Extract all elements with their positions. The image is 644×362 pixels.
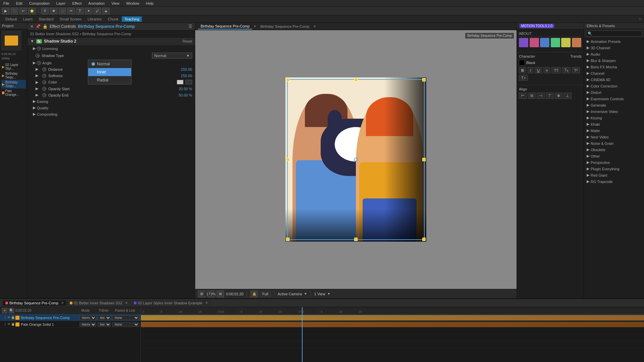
tl-tab-close-3[interactable]: ✕ — [205, 301, 208, 305]
align-mid-btn[interactable]: ⊕ — [555, 93, 562, 99]
effect-cat-boris[interactable]: ▶ Boris FX Mocha — [584, 64, 644, 70]
effect-cat-blur[interactable]: ▶ Blur & Sharpen — [584, 57, 644, 64]
tl-lock-icon-2[interactable]: 🔒 — [11, 322, 15, 326]
pin-btn[interactable]: 📌 — [36, 24, 41, 29]
font-align-btn[interactable]: ≡ — [543, 67, 550, 73]
dropdown-option-normal[interactable]: Normal — [88, 60, 131, 68]
tl-triliner-select-1[interactable]: None — [98, 315, 111, 320]
reset-button[interactable]: Reset — [182, 39, 192, 43]
color-cell-2[interactable] — [530, 38, 539, 47]
channel-display[interactable]: Full — [260, 291, 271, 297]
font-color-swatch[interactable] — [519, 60, 525, 66]
preview-btn-4[interactable]: 🔒 — [251, 291, 258, 297]
project-item-2[interactable]: ▶ Birthday Sequ... — [1, 71, 26, 80]
color-cell-6[interactable] — [572, 38, 581, 47]
align-center-btn[interactable]: ⊟ — [528, 93, 536, 99]
opacity-start-value[interactable]: 20.00 % — [179, 87, 192, 91]
font-bold-btn[interactable]: B — [519, 67, 526, 73]
align-left-btn[interactable]: ⊢ — [519, 93, 527, 99]
workspace-tab-smallscreen[interactable]: Small Screen — [57, 16, 84, 22]
toolbar-btn-8[interactable]: ✏ — [67, 8, 75, 14]
workspace-tab-standard[interactable]: Standard — [36, 16, 56, 22]
effect-cat-plugin[interactable]: ▶ Plugin Everything — [584, 166, 644, 172]
tl-tab-birthday-pre[interactable]: Birthday Sequence Pre-Comp ✕ — [3, 300, 66, 306]
preview-tab-1[interactable]: Birthday Sequence Pre-Comp — [198, 23, 252, 29]
softness-value[interactable]: 250.00 — [181, 74, 192, 78]
workspace-tab-default[interactable]: Default — [3, 16, 20, 22]
opacity-end-value[interactable]: 50.00 % — [179, 93, 192, 97]
menu-help[interactable]: Help — [145, 1, 155, 6]
distance-value[interactable]: 250.00 — [181, 67, 192, 71]
toolbar-btn-7[interactable]: ⬚ — [59, 8, 66, 14]
font-caps-btn[interactable]: TT — [551, 67, 560, 73]
tl-mode-select-2[interactable]: Normal — [79, 322, 96, 327]
effect-cat-khaki[interactable]: ▶ Khaki — [584, 121, 644, 127]
effect-cat-generate[interactable]: ▶ Generate — [584, 102, 644, 108]
effect-cat-keying[interactable]: ▶ Keying — [584, 115, 644, 121]
workspace-tab-chunk[interactable]: Chunk — [105, 16, 121, 22]
toolbar-btn-11[interactable]: 🖊 — [94, 8, 101, 14]
tl-lock-icon-1[interactable]: 🔒 — [11, 316, 15, 320]
project-item-4[interactable]: Pale Orange... — [1, 88, 26, 97]
workspace-tab-libraries[interactable]: Libraries — [85, 16, 104, 22]
toolbar-btn-10[interactable]: ✦ — [85, 8, 92, 14]
tl-mode-select-1[interactable]: Normal — [79, 315, 96, 320]
color-cell-3[interactable] — [540, 38, 549, 47]
align-top-btn[interactable]: ⊤ — [546, 93, 554, 99]
toolbar-btn-5[interactable]: V — [41, 8, 49, 14]
effect-controls-menu-btn[interactable]: ☰ — [189, 24, 192, 29]
effect-cat-noise[interactable]: ▶ Noise & Grain — [584, 140, 644, 146]
workspace-tab-teaching[interactable]: Teaching — [122, 16, 142, 22]
toolbar-btn-6[interactable]: ✥ — [50, 8, 57, 14]
color-cell-4[interactable] — [551, 38, 560, 47]
menu-composition[interactable]: Composition — [28, 1, 51, 6]
tl-tab-close-1[interactable]: ✕ — [61, 301, 64, 305]
font-italic-btn[interactable]: I — [528, 67, 533, 73]
tl-playhead[interactable] — [302, 307, 303, 362]
effect-cat-other[interactable]: ▶ Other — [584, 153, 644, 159]
color-swatch-1[interactable] — [177, 80, 183, 84]
align-right-btn[interactable]: ⊣ — [537, 93, 545, 99]
tl-tab-inner-shadows[interactable]: 01 Better Inner Shadows SS2 ✕ — [67, 300, 130, 306]
effect-cat-3d[interactable]: ▶ 3D Channel — [584, 45, 644, 51]
color-cell-5[interactable] — [561, 38, 571, 47]
project-item-1[interactable]: ▶ 02 Layer Styl... — [1, 62, 26, 71]
effects-search-input[interactable] — [586, 31, 642, 37]
tl-layer-row-2[interactable]: 2 👁 🔒 Pale Orange Solid 1 Normal None No… — [0, 321, 141, 328]
menu-window[interactable]: Window — [125, 1, 141, 6]
toolbar-btn-4[interactable]: ⭐ — [28, 8, 36, 14]
tl-tab-close-2[interactable]: ✕ — [125, 301, 128, 305]
shadow-type-dropdown[interactable]: Normal ▼ — [152, 53, 192, 59]
toolbar-btn-2[interactable]: ⬛ — [11, 8, 18, 14]
effect-cat-matte[interactable]: ▶ Matte — [584, 127, 644, 134]
preview-tab-2[interactable]: Birthday Sequence Pre-Comp — [258, 24, 312, 29]
workspace-overflow-btn[interactable]: » — [639, 16, 641, 21]
compositing-section[interactable]: ▶ Compositing — [28, 111, 195, 117]
view-dropdown[interactable]: ▼ — [304, 292, 307, 296]
preview-btn-3[interactable]: ⊞ — [217, 291, 224, 297]
view-display[interactable]: Active Camera — [278, 292, 302, 296]
font-underline-btn[interactable]: U — [535, 67, 542, 73]
workspace-tab-learn[interactable]: Learn — [20, 16, 35, 22]
effect-cat-cinema4d[interactable]: ▶ CINEMA 4D — [584, 76, 644, 83]
align-bot-btn[interactable]: ⊥ — [564, 93, 572, 99]
tl-layer-row-1[interactable]: 1 👁 🔒 Birthday Sequence Pre-Comp Normal … — [0, 314, 141, 321]
effect-cat-redgiant[interactable]: ▶ Red Giant — [584, 172, 644, 178]
effect-cat-immersive[interactable]: ▶ Immersive Video — [584, 108, 644, 115]
effect-cat-distort[interactable]: ▶ Distort — [584, 89, 644, 96]
lock-btn[interactable]: 🔒 — [43, 24, 48, 29]
effect-cat-expression[interactable]: ▶ Expression Controls — [584, 96, 644, 102]
effect-cat-nextvideo[interactable]: ▶ Next Video — [584, 134, 644, 140]
tl-parent-select-2[interactable]: None — [112, 322, 139, 327]
effect-cat-trapcode[interactable]: ▶ RG Trapcode — [584, 178, 644, 185]
preview-tab-close-1[interactable]: ✕ — [254, 24, 256, 28]
effect-expand-arrow[interactable]: ▼ — [30, 39, 34, 44]
preview-btn-zoom[interactable]: 173% — [207, 291, 215, 297]
dropdown-option-radial[interactable]: Radial — [88, 76, 131, 84]
effect-cat-audio[interactable]: ▶ Audio — [584, 51, 644, 57]
menu-view[interactable]: View — [110, 1, 121, 6]
easing-section[interactable]: ▶ Easing — [28, 98, 195, 105]
color-cell-1[interactable] — [519, 38, 528, 47]
toolbar-btn-12[interactable]: ⬙ — [102, 8, 110, 14]
effect-cat-perspective[interactable]: ▶ Perspective — [584, 159, 644, 166]
